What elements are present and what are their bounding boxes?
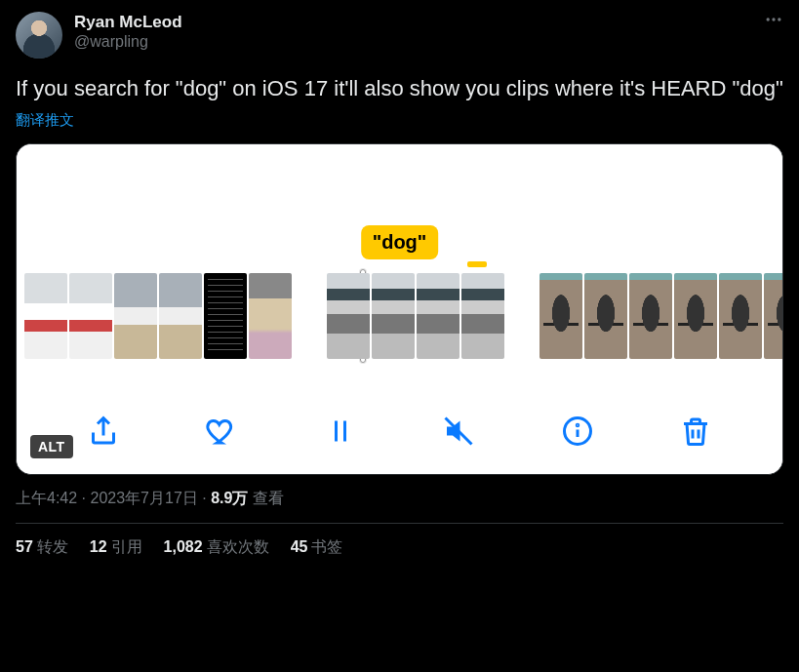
clip-group-1[interactable] (24, 273, 292, 359)
frame (674, 273, 717, 359)
display-name: Ryan McLeod (74, 12, 182, 32)
timeline-strip[interactable] (17, 271, 782, 361)
share-icon (86, 414, 121, 449)
like-button[interactable] (198, 408, 245, 455)
frame (372, 273, 415, 359)
frame (461, 273, 504, 359)
tweet-container: Ryan McLeod @warpling If you search for … (0, 0, 799, 558)
likes-stat[interactable]: 1,082喜欢次数 (164, 537, 269, 558)
frame (69, 273, 112, 359)
svg-point-0 (767, 18, 770, 20)
clip-group-3[interactable] (539, 273, 783, 359)
views-count: 8.9万 (211, 490, 248, 506)
media-content: "dog" (17, 144, 782, 474)
alt-badge[interactable]: ALT (30, 435, 73, 458)
frame (764, 273, 783, 359)
heart-icon (204, 414, 239, 449)
mute-icon (441, 414, 476, 449)
svg-point-1 (772, 18, 775, 20)
frame (584, 273, 627, 359)
meta-time[interactable]: 上午4:42 (16, 490, 77, 506)
trash-icon (678, 414, 713, 449)
media-card[interactable]: "dog" (16, 143, 783, 475)
frame (719, 273, 762, 359)
handle: @warpling (74, 32, 182, 52)
frame (539, 273, 582, 359)
avatar[interactable] (16, 12, 62, 59)
media-toolbar (17, 408, 782, 455)
meta-date[interactable]: 2023年7月17日 (90, 490, 197, 506)
frame (159, 273, 202, 359)
frame (327, 273, 370, 359)
more-button[interactable] (764, 10, 783, 33)
clip-group-2[interactable] (327, 273, 504, 359)
bookmarks-stat[interactable]: 45书签 (291, 537, 343, 558)
info-icon (560, 414, 595, 449)
author-names[interactable]: Ryan McLeod @warpling (74, 12, 182, 52)
tweet-header: Ryan McLeod @warpling (16, 12, 783, 59)
more-icon (764, 10, 783, 29)
info-button[interactable] (554, 408, 601, 455)
delete-button[interactable] (672, 408, 719, 455)
mute-button[interactable] (435, 408, 482, 455)
views-label: 查看 (253, 490, 284, 506)
tweet-meta: 上午4:42 · 2023年7月17日 · 8.9万 查看 (16, 489, 783, 509)
frame (629, 273, 672, 359)
share-button[interactable] (80, 408, 127, 455)
tweet-text: If you search for "dog" on iOS 17 it'll … (16, 74, 783, 103)
quotes-stat[interactable]: 12引用 (90, 537, 142, 558)
translate-link[interactable]: 翻译推文 (16, 111, 74, 130)
caption-tag: "dog" (361, 225, 439, 259)
stats-row: 57转发 12引用 1,082喜欢次数 45书签 (16, 524, 783, 558)
frame (249, 273, 292, 359)
frame (417, 273, 459, 359)
marker (467, 261, 487, 267)
svg-point-2 (778, 18, 780, 20)
pause-icon (323, 414, 358, 449)
frame (114, 273, 157, 359)
frame (24, 273, 67, 359)
retweets-stat[interactable]: 57转发 (16, 537, 68, 558)
svg-point-8 (577, 424, 579, 426)
frame (204, 273, 247, 359)
pause-button[interactable] (317, 408, 364, 455)
